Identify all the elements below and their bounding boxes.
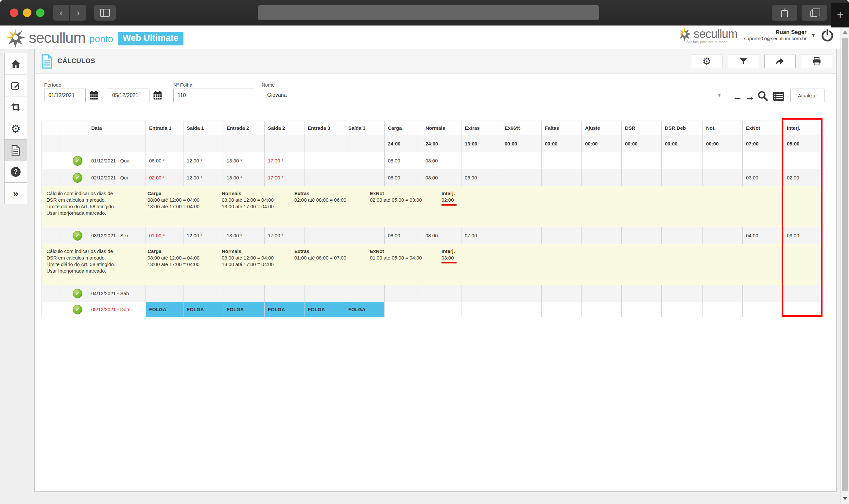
date-cell[interactable]: 02/12/2021 - Qui <box>88 169 146 186</box>
value-cell[interactable] <box>385 302 422 317</box>
value-cell[interactable]: 13:00 * <box>223 169 265 186</box>
value-cell[interactable] <box>582 302 622 317</box>
value-cell[interactable]: 03:00 <box>783 227 822 244</box>
date-cell[interactable]: 03/12/2021 - Sex <box>88 227 146 244</box>
value-cell[interactable]: 01:00 * <box>146 227 183 244</box>
value-cell[interactable]: 17:00 * <box>265 227 304 244</box>
value-cell[interactable] <box>622 302 661 317</box>
value-cell[interactable]: 03:00 <box>743 169 783 186</box>
filter-button[interactable] <box>728 55 759 68</box>
value-cell[interactable] <box>461 152 501 169</box>
value-cell[interactable] <box>743 302 783 317</box>
value-cell[interactable]: 08:00 <box>422 169 461 186</box>
date-cell[interactable]: 04/12/2021 - Sáb <box>88 285 146 302</box>
value-cell[interactable] <box>345 169 385 186</box>
value-cell[interactable] <box>501 302 542 317</box>
window-zoom-button[interactable] <box>36 8 45 17</box>
value-cell[interactable]: 12:00 * <box>183 152 223 169</box>
search-icon[interactable] <box>757 91 768 101</box>
date-from-input[interactable] <box>44 89 86 102</box>
print-button[interactable] <box>801 55 832 68</box>
date-cell[interactable]: 05/12/2021 - Dom <box>88 302 146 317</box>
browser-sidebar-toggle-button[interactable] <box>94 5 116 21</box>
value-cell[interactable] <box>661 285 703 302</box>
settings-button[interactable]: ⚙ <box>691 55 722 68</box>
value-cell[interactable] <box>661 152 703 169</box>
value-cell[interactable]: 13:00 * <box>223 152 265 169</box>
row-status-cell[interactable]: ✓ <box>64 302 88 317</box>
value-cell[interactable] <box>622 169 661 186</box>
row-status-cell[interactable]: ✓ <box>64 152 88 169</box>
value-cell[interactable] <box>542 285 582 302</box>
value-cell[interactable]: 08:00 * <box>146 152 183 169</box>
value-cell[interactable] <box>542 227 582 244</box>
value-cell[interactable] <box>622 227 661 244</box>
scrollbar-thumb[interactable] <box>842 38 848 491</box>
value-cell[interactable] <box>501 152 542 169</box>
value-cell[interactable]: 04:00 <box>743 227 783 244</box>
value-cell[interactable] <box>265 285 304 302</box>
value-cell[interactable] <box>345 152 385 169</box>
value-cell[interactable]: 13:00 * <box>223 227 265 244</box>
value-cell[interactable] <box>703 169 743 186</box>
value-cell[interactable] <box>582 152 622 169</box>
row-status-cell[interactable]: ✓ <box>64 285 88 302</box>
value-cell[interactable] <box>661 302 703 317</box>
value-cell[interactable] <box>622 152 661 169</box>
value-cell[interactable]: 08:00 <box>385 152 422 169</box>
value-cell[interactable]: FOLGA <box>183 302 223 317</box>
value-cell[interactable] <box>582 285 622 302</box>
value-cell[interactable] <box>743 152 783 169</box>
value-cell[interactable] <box>304 227 345 244</box>
date-cell[interactable]: 01/12/2021 - Qua <box>88 152 146 169</box>
row-status-cell[interactable]: ✓ <box>64 169 88 186</box>
value-cell[interactable]: 08:00 <box>422 152 461 169</box>
value-cell[interactable]: FOLGA <box>345 302 385 317</box>
next-employee-arrow[interactable]: → <box>745 91 755 102</box>
logout-power-icon[interactable] <box>821 29 834 42</box>
value-cell[interactable] <box>542 152 582 169</box>
value-cell[interactable]: 17:00 * <box>265 169 304 186</box>
row-status-cell[interactable]: ✓ <box>64 227 88 244</box>
previous-employee-arrow[interactable]: ← <box>732 91 742 102</box>
sidebar-item-home[interactable] <box>4 53 27 75</box>
browser-new-tab-button[interactable]: + <box>831 3 849 28</box>
browser-forward-button[interactable]: › <box>70 5 86 21</box>
value-cell[interactable] <box>461 285 501 302</box>
employee-list-icon[interactable] <box>773 92 784 101</box>
value-cell[interactable] <box>582 227 622 244</box>
value-cell[interactable] <box>422 302 461 317</box>
calendar-icon[interactable] <box>153 91 162 100</box>
value-cell[interactable] <box>622 285 661 302</box>
value-cell[interactable] <box>304 169 345 186</box>
scroll-up-arrow-icon[interactable] <box>843 31 847 34</box>
value-cell[interactable] <box>783 285 822 302</box>
value-cell[interactable] <box>743 285 783 302</box>
value-cell[interactable] <box>542 169 582 186</box>
browser-tabs-overview-button[interactable] <box>801 5 827 21</box>
value-cell[interactable]: 12:00 * <box>183 227 223 244</box>
sidebar-item-settings[interactable]: ⚙ <box>4 118 27 140</box>
value-cell[interactable] <box>183 285 223 302</box>
user-info[interactable]: Ruan Seger suporte07@secullum.com.br <box>744 29 807 42</box>
user-menu-caret-icon[interactable]: ▼ <box>811 33 816 38</box>
value-cell[interactable] <box>422 285 461 302</box>
value-cell[interactable]: FOLGA <box>265 302 304 317</box>
value-cell[interactable]: 12:00 * <box>183 169 223 186</box>
vertical-scrollbar[interactable] <box>841 27 849 504</box>
browser-share-button[interactable] <box>772 5 797 21</box>
value-cell[interactable] <box>703 152 743 169</box>
window-minimize-button[interactable] <box>23 8 31 17</box>
atualizar-button[interactable]: Atualizar <box>791 89 825 102</box>
sidebar-item-calculos[interactable] <box>4 139 27 161</box>
value-cell[interactable] <box>146 285 183 302</box>
value-cell[interactable] <box>703 302 743 317</box>
nome-select[interactable]: Giovana ▼ <box>262 88 726 102</box>
value-cell[interactable] <box>223 285 265 302</box>
folha-input[interactable] <box>173 89 254 102</box>
value-cell[interactable] <box>703 227 743 244</box>
value-cell[interactable] <box>501 169 542 186</box>
date-to-input[interactable] <box>108 89 149 102</box>
export-button[interactable] <box>764 55 796 68</box>
value-cell[interactable] <box>385 285 422 302</box>
